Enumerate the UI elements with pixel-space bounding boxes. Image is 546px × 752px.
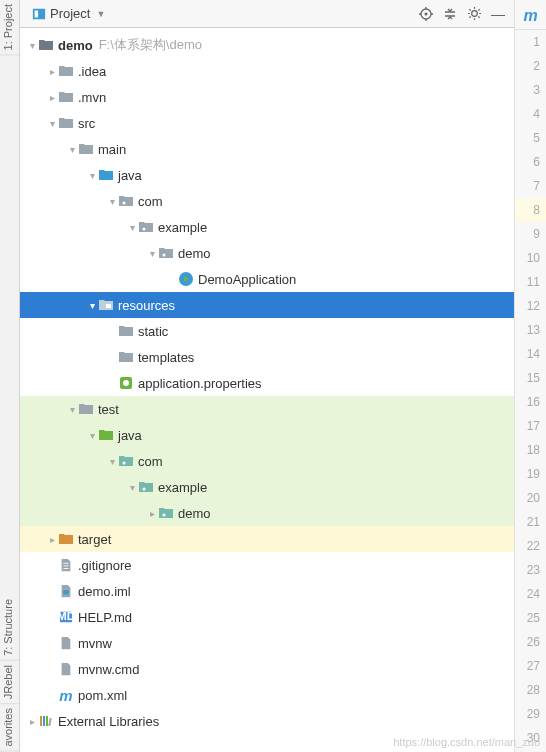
class-run-icon	[178, 271, 194, 287]
line-number: 22	[515, 534, 546, 558]
tab-jrebel[interactable]: JRebel	[0, 661, 19, 704]
package-icon	[138, 219, 154, 235]
source-folder-icon	[98, 167, 114, 183]
project-tree: ▾ demo F:\体系架构\demo ▸.idea ▸.mvn ▾src ▾m…	[20, 28, 514, 752]
tab-structure[interactable]: 7: Structure	[0, 595, 19, 661]
node-root[interactable]: ▾ demo F:\体系架构\demo	[20, 32, 514, 58]
line-number: 19	[515, 462, 546, 486]
chevron-down-icon: ▾	[106, 456, 118, 467]
node-com[interactable]: ▾com	[20, 188, 514, 214]
line-number: 27	[515, 654, 546, 678]
file-icon	[58, 557, 74, 573]
node-test-com[interactable]: ▾com	[20, 448, 514, 474]
node-demo-pkg[interactable]: ▾demo	[20, 240, 514, 266]
hide-icon[interactable]: —	[486, 2, 510, 26]
folder-icon	[118, 349, 134, 365]
line-number: 20	[515, 486, 546, 510]
line-number: 29	[515, 702, 546, 726]
package-icon	[158, 505, 174, 521]
test-folder-icon	[98, 427, 114, 443]
root-path: F:\体系架构\demo	[99, 36, 202, 54]
node-test-example[interactable]: ▾example	[20, 474, 514, 500]
chevron-down-icon: ▾	[86, 430, 98, 441]
folder-icon	[38, 37, 54, 53]
chevron-right-icon: ▸	[46, 534, 58, 545]
node-static[interactable]: static	[20, 318, 514, 344]
line-number: 23	[515, 558, 546, 582]
line-number: 14	[515, 342, 546, 366]
node-src[interactable]: ▾src	[20, 110, 514, 136]
settings-icon[interactable]	[462, 2, 486, 26]
tab-favorites[interactable]: avorites	[0, 704, 19, 752]
chevron-down-icon: ▾	[86, 170, 98, 181]
node-templates[interactable]: templates	[20, 344, 514, 370]
node-iml[interactable]: demo.iml	[20, 578, 514, 604]
markdown-icon: MD	[58, 609, 74, 625]
node-mvnw[interactable]: mvnw	[20, 630, 514, 656]
project-panel: Project ▼ — ▾ demo F:\体系架构\demo ▸.idea ▸…	[20, 0, 514, 752]
line-number: 25	[515, 606, 546, 630]
node-test-java[interactable]: ▾java	[20, 422, 514, 448]
line-number: 6	[515, 150, 546, 174]
chevron-right-icon: ▸	[46, 66, 58, 77]
collapse-all-icon[interactable]	[438, 2, 462, 26]
node-idea[interactable]: ▸.idea	[20, 58, 514, 84]
node-main[interactable]: ▾main	[20, 136, 514, 162]
line-number: 3	[515, 78, 546, 102]
folder-icon	[78, 141, 94, 157]
svg-rect-18	[43, 716, 45, 726]
package-icon	[118, 453, 134, 469]
file-icon	[58, 635, 74, 651]
line-number: 26	[515, 630, 546, 654]
svg-point-5	[143, 228, 146, 231]
node-gitignore[interactable]: .gitignore	[20, 552, 514, 578]
chevron-down-icon: ▾	[126, 482, 138, 493]
svg-point-3	[425, 12, 428, 15]
svg-rect-1	[35, 10, 39, 17]
line-number: 18	[515, 438, 546, 462]
file-icon	[58, 661, 74, 677]
node-resources[interactable]: ▾resources	[20, 292, 514, 318]
node-test-demo[interactable]: ▸demo	[20, 500, 514, 526]
maven-icon: m	[58, 687, 74, 703]
node-pom[interactable]: mpom.xml	[20, 682, 514, 708]
chevron-down-icon: ▾	[126, 222, 138, 233]
package-icon	[118, 193, 134, 209]
locate-icon[interactable]	[414, 2, 438, 26]
module-file-icon	[58, 583, 74, 599]
line-number: 24	[515, 582, 546, 606]
line-number: 5	[515, 126, 546, 150]
package-icon	[158, 245, 174, 261]
svg-text:MD: MD	[58, 610, 74, 622]
chevron-down-icon: ▾	[66, 144, 78, 155]
line-number: 17	[515, 414, 546, 438]
line-number: 8	[515, 198, 546, 222]
line-number: 30	[515, 726, 546, 750]
svg-rect-8	[106, 304, 111, 308]
excluded-folder-icon	[58, 531, 74, 547]
chevron-right-icon: ▸	[146, 508, 158, 519]
chevron-right-icon: ▸	[26, 716, 38, 727]
node-java[interactable]: ▾java	[20, 162, 514, 188]
editor-gutter: m 12345678910111213141516171819202122232…	[514, 0, 546, 752]
node-example[interactable]: ▾example	[20, 214, 514, 240]
editor-tab-icon[interactable]: m	[515, 2, 546, 30]
node-demo-application[interactable]: DemoApplication	[20, 266, 514, 292]
node-help[interactable]: MDHELP.md	[20, 604, 514, 630]
node-external-libs[interactable]: ▸External Libraries	[20, 708, 514, 734]
node-app-properties[interactable]: application.properties	[20, 370, 514, 396]
line-number: 9	[515, 222, 546, 246]
tab-project[interactable]: 1: Project	[0, 0, 19, 55]
chevron-down-icon: ▾	[86, 300, 98, 311]
line-number: 16	[515, 390, 546, 414]
folder-icon	[58, 89, 74, 105]
node-mvnwcmd[interactable]: mvnw.cmd	[20, 656, 514, 682]
svg-point-6	[163, 254, 166, 257]
svg-rect-19	[46, 716, 48, 726]
project-view-selector[interactable]: Project ▼	[24, 4, 113, 23]
node-target[interactable]: ▸target	[20, 526, 514, 552]
chevron-down-icon: ▾	[46, 118, 58, 129]
node-mvn[interactable]: ▸.mvn	[20, 84, 514, 110]
node-test[interactable]: ▾test	[20, 396, 514, 422]
panel-header: Project ▼ —	[20, 0, 514, 28]
